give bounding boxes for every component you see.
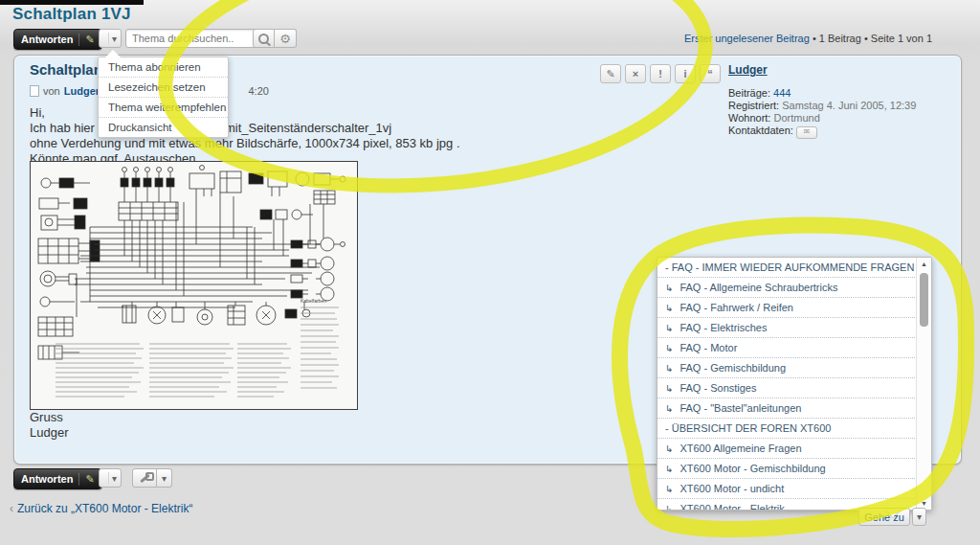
topic-tools-menu: Thema abonnieren Lesezeichen setzen Them… xyxy=(98,57,229,138)
jump-menu-label: FAQ - "Bastel"anleitungen xyxy=(679,402,801,414)
user-info-row: Kontaktdaten: ✉ xyxy=(728,125,916,139)
scroll-up-arrow-icon[interactable]: ▲ xyxy=(917,261,931,267)
jump-menu-section[interactable]: - FAQ - IMMER WIEDER AUFKOMMENDE FRAGEN xyxy=(657,258,917,278)
wiring-diagram-drawing: Kabelfarben xyxy=(31,162,355,407)
post-information-button[interactable]: i xyxy=(675,64,696,83)
author-link[interactable]: Ludger xyxy=(64,85,100,97)
signature-line: Gruss xyxy=(30,410,68,425)
subforum-arrow-icon: ↳ xyxy=(665,303,673,313)
jump-menu-list: - FAQ - IMMER WIEDER AUFKOMMENDE FRAGEN … xyxy=(657,258,917,511)
moderator-tools-dropdown-button[interactable]: ▾ xyxy=(157,468,172,488)
reply-button-bottom[interactable]: Antworten ✎ xyxy=(13,468,102,489)
jump-menu-item[interactable]: ↳XT600 Motor - undicht xyxy=(657,479,917,499)
subforum-arrow-icon: ↳ xyxy=(665,323,673,333)
contact-button[interactable]: ✉ xyxy=(796,126,817,139)
go-to-button[interactable]: Gehe zu xyxy=(858,508,910,526)
reply-button-top[interactable]: Antworten ✎ xyxy=(13,29,102,50)
jump-menu-item[interactable]: ↳FAQ - Gemischbildung xyxy=(657,358,917,378)
post-body-line: ohne Verdehung und mit etwas mehr Bildsc… xyxy=(30,136,460,151)
user-info-value: Samstag 4. Juni 2005, 12:39 xyxy=(782,100,916,111)
chevron-down-icon: ▾ xyxy=(112,34,117,44)
jump-menu-item[interactable]: ↳FAQ - Sonstiges xyxy=(657,378,917,398)
post-body: Hi, Ich hab hier demit_Seitenständerscha… xyxy=(30,105,460,167)
subforum-arrow-icon: ↳ xyxy=(665,363,673,374)
moderator-tools-group: ▾ xyxy=(132,468,172,488)
subforum-arrow-icon: ↳ xyxy=(665,383,673,394)
menu-item-subscribe[interactable]: Thema abonnieren xyxy=(99,57,228,78)
info-icon: i xyxy=(683,68,686,79)
jump-menu-label: XT600 Motor - Gemischbildung xyxy=(679,463,825,474)
subforum-arrow-icon: ↳ xyxy=(665,464,673,474)
jump-menu-label: - ÜBERSICHT DER FOREN XT600 xyxy=(665,422,831,434)
go-to-dropdown-button[interactable]: ▾ xyxy=(912,508,926,526)
edit-post-button[interactable]: ✎ xyxy=(600,64,621,83)
back-arrow-icon: ‹ xyxy=(10,502,13,515)
menu-item-recommend[interactable]: Thema weiterempfehlen xyxy=(99,98,228,118)
jump-menu-item[interactable]: ↳FAQ - "Bastel"anleitungen xyxy=(657,398,917,419)
jump-menu-label: FAQ - Fahrwerk / Reifen xyxy=(679,302,793,313)
subforum-arrow-icon: ↳ xyxy=(665,443,673,454)
gear-icon: ⚙ xyxy=(279,33,291,45)
report-post-button[interactable]: ! xyxy=(650,64,671,83)
user-info-label: Beiträge: xyxy=(728,87,770,99)
user-info-panel: Beiträge: 444 Registriert: Samstag 4. Ju… xyxy=(728,87,916,139)
jump-menu-caret xyxy=(885,509,901,517)
search-button-group: ⚙ xyxy=(253,29,297,48)
quote-post-button[interactable]: “ xyxy=(700,64,721,83)
scroll-down-arrow-icon[interactable]: ▼ xyxy=(917,500,931,507)
jump-menu-item[interactable]: ↳XT600 Allgemeine Fragen xyxy=(657,439,917,459)
menu-item-print-view[interactable]: Druckansicht xyxy=(99,118,228,137)
profile-username-link[interactable]: Ludger xyxy=(728,63,768,77)
user-info-row: Beiträge: 444 xyxy=(728,87,916,100)
first-unread-link[interactable]: Erster ungelesener Beitrag xyxy=(684,33,810,44)
post-signature: Gruss Ludger xyxy=(30,410,68,441)
search-settings-button[interactable]: ⚙ xyxy=(275,29,297,48)
jump-menu-label: XT600 Motor - undicht xyxy=(679,483,784,494)
topic-tools-dropdown-button-bottom[interactable]: ▾ xyxy=(99,468,122,488)
diagram-legend-title: Kabelfarben xyxy=(301,298,326,304)
subforum-arrow-icon: ↳ xyxy=(665,343,673,353)
search-icon xyxy=(258,34,269,44)
pencil-icon: ✎ xyxy=(606,68,614,80)
jump-menu-label: FAQ - Elektrisches xyxy=(679,322,767,333)
topic-search-input[interactable] xyxy=(125,29,257,48)
jump-to-forum-menu: - FAQ - IMMER WIEDER AUFKOMMENDE FRAGEN … xyxy=(657,257,932,511)
delete-post-button[interactable]: × xyxy=(625,64,646,83)
pencil-icon: ✎ xyxy=(78,34,94,46)
jump-menu-item[interactable]: ↳FAQ - Allgemeine Schraubertricks xyxy=(657,278,917,298)
user-info-value: Dortmund xyxy=(774,112,820,124)
post-body-line: Hi, xyxy=(30,105,460,121)
quote-icon: “ xyxy=(707,68,713,79)
split-divider xyxy=(100,33,109,44)
jump-menu-item[interactable]: ↳FAQ - Fahrwerk / Reifen xyxy=(657,298,917,318)
menu-item-bookmark[interactable]: Lesezeichen setzen xyxy=(99,78,228,98)
jump-menu-label: FAQ - Allgemeine Schraubertricks xyxy=(679,282,837,293)
jump-menu-scrollbar[interactable]: ▲ ▼ xyxy=(916,258,931,510)
subforum-arrow-icon: ↳ xyxy=(665,403,673,414)
jump-menu-label: FAQ - Motor xyxy=(679,342,737,353)
jump-menu-label: - FAQ - IMMER WIEDER AUFKOMMENDE FRAGEN xyxy=(665,261,914,273)
wiring-diagram-image[interactable]: Kabelfarben xyxy=(30,161,358,410)
search-button[interactable] xyxy=(253,29,275,48)
report-icon: ! xyxy=(658,68,662,79)
post-body-fragment: mit_Seitenständerschalter_1vj xyxy=(225,121,391,135)
scrollbar-thumb[interactable] xyxy=(920,273,928,327)
jump-menu-label: XT600 Allgemeine Fragen xyxy=(679,443,801,454)
signature-line: Ludger xyxy=(30,425,68,441)
topic-meta: Erster ungelesener Beitrag • 1 Beitrag •… xyxy=(684,33,932,44)
reply-button-label: Antworten xyxy=(21,473,73,485)
post-body-line: Ich hab hier demit_Seitenständerschalter… xyxy=(30,121,460,136)
chevron-down-icon: ▾ xyxy=(917,511,922,522)
topic-tools-dropdown-button[interactable]: ▾ xyxy=(99,29,122,48)
subforum-arrow-icon: ↳ xyxy=(665,504,673,511)
user-info-label: Registriert: xyxy=(728,100,779,111)
jump-menu-item[interactable]: ↳XT600 Motor - Gemischbildung xyxy=(657,459,917,479)
user-post-count-link[interactable]: 444 xyxy=(773,87,791,99)
moderator-tools-button[interactable] xyxy=(132,468,157,488)
jump-menu-section[interactable]: - ÜBERSICHT DER FOREN XT600 xyxy=(657,419,917,439)
jump-menu-item[interactable]: ↳FAQ - Elektrisches xyxy=(657,318,917,338)
jump-menu-item[interactable]: ↳FAQ - Motor xyxy=(657,338,917,358)
back-to-forum: ‹Zurück zu „XT600 Motor - Elektrik“ xyxy=(10,502,192,515)
jump-menu-label: FAQ - Gemischbildung xyxy=(679,362,786,374)
back-to-forum-link[interactable]: Zurück zu „XT600 Motor - Elektrik“ xyxy=(17,502,192,515)
